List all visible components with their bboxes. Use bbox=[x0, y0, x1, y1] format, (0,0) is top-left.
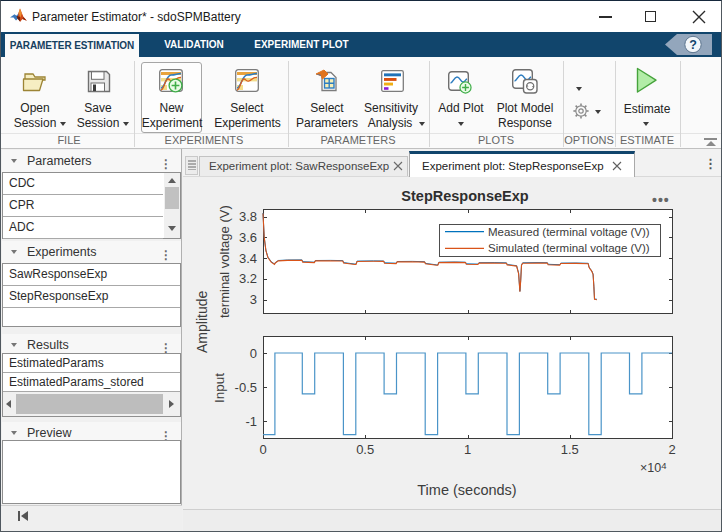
svg-text:?: ? bbox=[689, 38, 697, 52]
